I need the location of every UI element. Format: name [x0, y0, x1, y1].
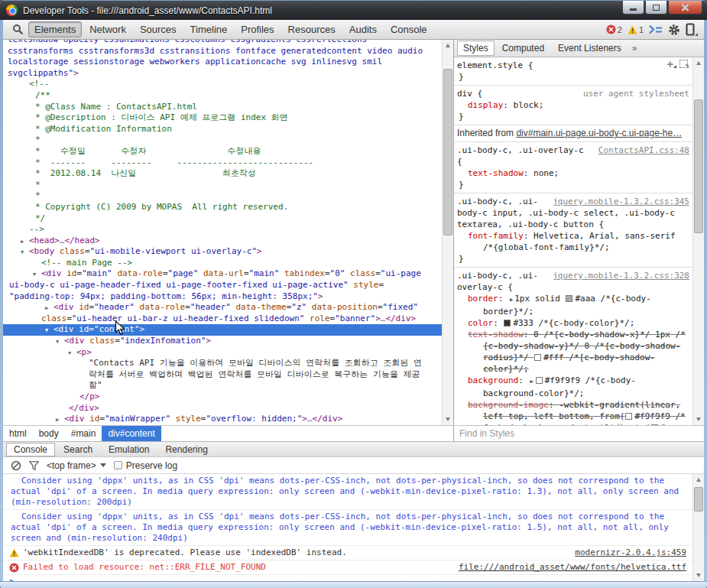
rule-selector[interactable]: .ui-body-c, .ui-overlay-c {: [457, 271, 538, 292]
new-style-rule-button[interactable]: +: [667, 60, 673, 68]
property-value[interactable]: 1px solid: [514, 294, 565, 304]
console-prompt[interactable]: >: [3, 575, 692, 581]
tab-sources[interactable]: Sources: [134, 21, 183, 37]
collapse-arrow-icon[interactable]: ▼: [33, 269, 36, 281]
tab-console[interactable]: Console: [6, 443, 55, 456]
elements-tree-line[interactable]: ▶<div id="mainWrapper" style="overflow: …: [3, 414, 442, 425]
elements-tree-line[interactable]: ▶<head>…</head>: [3, 236, 442, 247]
collapse-arrow-icon[interactable]: ▼: [21, 247, 24, 258]
elements-tree-line[interactable]: * ------- -------- ---------------------…: [3, 158, 442, 169]
close-button[interactable]: [668, 1, 702, 15]
stylesheet-link[interactable]: ContactsAPI.css:48: [598, 145, 689, 156]
elements-tree-line[interactable]: ui-body-c ui-page-header-fixed ui-page-f…: [3, 280, 442, 291]
expand-arrow-icon[interactable]: ▶: [510, 294, 513, 306]
elements-tree-line[interactable]: "padding-top: 94px; padding-bottom: 56px…: [3, 291, 442, 303]
elements-tree-line[interactable]: </p>: [3, 391, 442, 403]
tab-elements[interactable]: Elements: [28, 21, 82, 37]
console-scrollbar[interactable]: [692, 474, 704, 581]
tab-search[interactable]: Search: [56, 443, 100, 456]
breadcrumb-item-html[interactable]: html: [3, 426, 33, 442]
tab-emulation[interactable]: Emulation: [101, 443, 157, 456]
find-in-styles-input[interactable]: Find in Styles: [453, 426, 704, 441]
color-swatch[interactable]: [536, 377, 543, 384]
elements-tree-line[interactable]: * @Modification Information: [3, 124, 442, 135]
elements-tree-line[interactable]: * 2012.08.14 나신일 최초작성: [3, 168, 442, 180]
console-source-link[interactable]: modernizr-2.0.4.js:459: [575, 547, 686, 558]
tab-computed[interactable]: Computed: [496, 41, 550, 56]
css-property[interactable]: background-image: -webkit-gradient(linea…: [457, 399, 689, 425]
elements-tree-line[interactable]: * Copyright (C) 2009 by MOPAS All right …: [3, 202, 442, 213]
overflow-tabs-chevron[interactable]: »: [629, 43, 641, 54]
scroll-down-arrow[interactable]: [693, 414, 704, 425]
collapse-arrow-icon[interactable]: ▼: [45, 325, 48, 336]
minimize-button[interactable]: [622, 1, 644, 15]
expand-arrow-icon[interactable]: ▶: [56, 414, 59, 425]
css-property[interactable]: text-shadow: none;: [457, 167, 689, 179]
color-swatch[interactable]: [625, 413, 632, 420]
property-name[interactable]: text-shadow: [468, 330, 524, 339]
property-value[interactable]: none;: [533, 168, 559, 178]
elements-tree-line[interactable]: ▼<div id="content">: [3, 324, 442, 336]
property-value[interactable]: block;: [514, 100, 544, 110]
elements-tree-line[interactable]: ▼<div id="main" data-role="page" data-ur…: [3, 268, 442, 280]
inspect-magnifier-icon[interactable]: [8, 24, 28, 35]
color-swatch[interactable]: [566, 295, 572, 302]
elements-tree-line[interactable]: csstransforms csstransforms3d csstransit…: [3, 46, 442, 57]
tab-styles[interactable]: Styles: [457, 41, 495, 56]
tab-profiles[interactable]: Profiles: [235, 21, 280, 37]
elements-tree-line[interactable]: /**: [3, 90, 442, 102]
elements-tree-line[interactable]: <!-- main Page -->: [3, 258, 442, 269]
rule-selector[interactable]: div {: [457, 89, 482, 99]
scroll-thumb[interactable]: [443, 69, 452, 236]
scroll-down-arrow[interactable]: [443, 414, 453, 425]
elements-tree-line[interactable]: * 수정일 수정자 수정내용: [3, 146, 442, 158]
elements-tree-line[interactable]: </div>: [3, 403, 442, 414]
element-state-button[interactable]: [679, 60, 688, 68]
inherited-element-link[interactable]: div#main.ui-page.ui-body-c.ui-page-he…: [516, 128, 682, 138]
breadcrumb-item-body[interactable]: body: [33, 426, 65, 442]
collapse-arrow-icon[interactable]: ▼: [56, 336, 59, 348]
property-name[interactable]: background-image: [468, 400, 549, 410]
css-property[interactable]: font-family: Helvetica, Arial, sans-seri…: [457, 230, 689, 253]
elements-tree-line[interactable]: *: [3, 135, 442, 146]
frame-selector-dropdown[interactable]: <top frame>: [47, 460, 106, 471]
expand-arrow-icon[interactable]: ▶: [530, 376, 533, 388]
expand-arrow-icon[interactable]: ▶: [21, 236, 24, 248]
elements-tree-line[interactable]: localstorage sessionstorage webworkers a…: [3, 57, 442, 68]
breadcrumb-item-divcontent[interactable]: div#content: [102, 426, 161, 442]
css-property[interactable]: text-shadow: 0 /*{c-body-shadow-x}*/ 1px…: [457, 329, 689, 375]
property-name[interactable]: font-family: [468, 231, 524, 241]
elements-tree-line[interactable]: *: [3, 190, 442, 202]
elements-tree-line[interactable]: class="ui-header ui-bar-z ui-header-fixe…: [3, 313, 442, 325]
scroll-down-arrow[interactable]: [693, 570, 704, 581]
console-source-link[interactable]: file:///android_asset/www/fonts/helvetic…: [459, 562, 686, 573]
property-name[interactable]: border: [468, 294, 498, 304]
elements-tree-line[interactable]: *: [3, 180, 442, 191]
scroll-up-arrow[interactable]: [443, 40, 453, 51]
scroll-thumb[interactable]: [694, 99, 703, 233]
property-name[interactable]: color: [468, 318, 493, 328]
expand-arrow-icon[interactable]: ▶: [45, 303, 48, 314]
preserve-log-checkbox[interactable]: Preserve log: [114, 460, 177, 471]
rule-selector[interactable]: .ui-body-c, .ui-overlay-c {: [457, 145, 584, 167]
filter-icon[interactable]: [29, 461, 39, 470]
css-property[interactable]: display: block;: [457, 99, 689, 111]
elements-tree-line[interactable]: * @Class Name : ContactsAPI.html: [3, 102, 442, 113]
elements-tree-line[interactable]: ▼<body class="ui-mobile-viewport ui-over…: [3, 246, 442, 258]
elements-tree-line[interactable]: <!--: [3, 79, 442, 90]
tab-resources[interactable]: Resources: [282, 21, 342, 37]
clear-console-button[interactable]: [11, 460, 21, 471]
settings-gear-icon[interactable]: [668, 24, 680, 36]
scroll-up-arrow[interactable]: [693, 474, 704, 486]
color-swatch[interactable]: [651, 424, 658, 425]
scroll-up-arrow[interactable]: [693, 57, 704, 69]
elements-tree-line[interactable]: svgclippaths">: [3, 68, 442, 80]
elements-tree-line[interactable]: -->: [3, 224, 442, 236]
elements-scrollbar[interactable]: [442, 40, 453, 425]
warning-count-badge[interactable]: 1: [628, 25, 644, 34]
elements-tree-line[interactable]: ▶<div id="header" data-role="header" dat…: [3, 302, 442, 313]
elements-tree-line[interactable]: ▼<p>: [3, 347, 442, 359]
rule-selector[interactable]: element.style {: [457, 60, 533, 70]
color-swatch[interactable]: [534, 354, 541, 361]
scroll-thumb[interactable]: [694, 487, 703, 512]
